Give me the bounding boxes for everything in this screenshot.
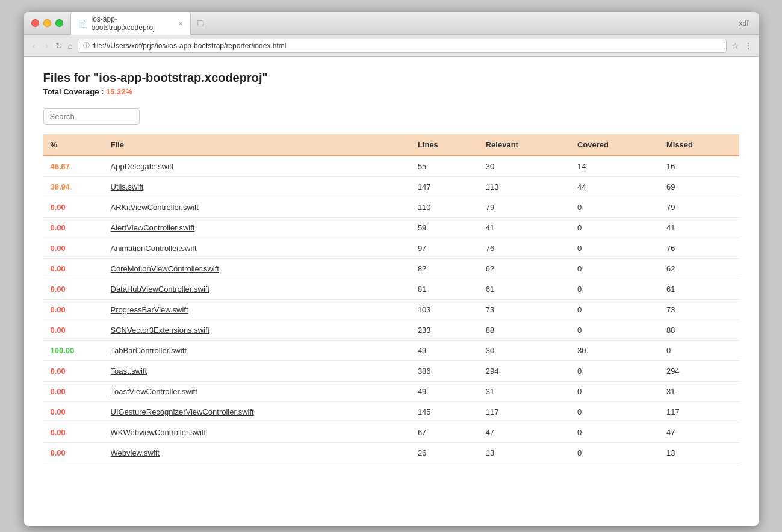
window-controls [31, 19, 63, 27]
cell-file[interactable]: WKWebviewController.swift [104, 422, 411, 443]
search-input[interactable] [43, 108, 140, 125]
cell-file[interactable]: AlertViewController.swift [104, 218, 411, 238]
menu-button[interactable]: ⋮ [744, 41, 753, 51]
cell-lines: 26 [411, 443, 479, 463]
cell-covered: 0 [570, 443, 659, 463]
url-bar[interactable]: ⓘ file:///Users/xdf/prjs/ios/ios-app-boo… [78, 39, 727, 53]
cell-covered: 0 [570, 259, 659, 279]
table-row: 0.00 Webview.swift 26 13 0 13 [43, 443, 739, 463]
cell-pct: 0.00 [43, 279, 104, 300]
cell-file[interactable]: AnimationController.swift [104, 238, 411, 259]
table-row: 0.00 ProgressBarView.swift 103 73 0 73 [43, 300, 739, 320]
col-header-covered: Covered [570, 134, 659, 156]
table-row: 0.00 ARKitViewController.swift 110 79 0 … [43, 197, 739, 218]
cell-pct: 0.00 [43, 300, 104, 320]
cell-lines: 81 [411, 279, 479, 300]
table-row: 38.94 Utils.swift 147 113 44 69 [43, 177, 739, 197]
table-row: 0.00 UIGestureRecognizerViewController.s… [43, 402, 739, 422]
cell-file[interactable]: SCNVector3Extensions.swift [104, 320, 411, 341]
page-title: Files for "ios-app-bootstrap.xcodeproj" [43, 71, 739, 85]
cell-relevant: 13 [479, 443, 570, 463]
cell-pct: 46.67 [43, 156, 104, 177]
cell-file[interactable]: ARKitViewController.swift [104, 197, 411, 218]
cell-lines: 59 [411, 218, 479, 238]
back-button[interactable]: ‹ [30, 39, 38, 52]
cell-pct: 0.00 [43, 197, 104, 218]
cell-relevant: 294 [479, 361, 570, 382]
cell-missed: 73 [659, 300, 739, 320]
cell-covered: 0 [570, 279, 659, 300]
cell-covered: 0 [570, 218, 659, 238]
cell-lines: 82 [411, 259, 479, 279]
table-row: 0.00 WKWebviewController.swift 67 47 0 4… [43, 422, 739, 443]
cell-file[interactable]: AppDelegate.swift [104, 156, 411, 177]
cell-relevant: 73 [479, 300, 570, 320]
cell-pct: 0.00 [43, 443, 104, 463]
total-coverage-label: Total Coverage : [43, 87, 104, 96]
new-tab-button[interactable]: □ [194, 17, 208, 30]
cell-file[interactable]: DataHubViewController.swift [104, 279, 411, 300]
cell-pct: 0.00 [43, 382, 104, 402]
cell-pct: 0.00 [43, 422, 104, 443]
cell-file[interactable]: UIGestureRecognizerViewController.swift [104, 402, 411, 422]
forward-button[interactable]: › [43, 39, 51, 52]
cell-file[interactable]: ProgressBarView.swift [104, 300, 411, 320]
cell-missed: 16 [659, 156, 739, 177]
cell-missed: 69 [659, 177, 739, 197]
cell-missed: 61 [659, 279, 739, 300]
bookmark-button[interactable]: ☆ [731, 41, 739, 51]
refresh-button[interactable]: ↻ [55, 41, 63, 51]
cell-file[interactable]: TabBarController.swift [104, 341, 411, 361]
cell-covered: 0 [570, 382, 659, 402]
cell-pct: 0.00 [43, 320, 104, 341]
cell-file[interactable]: CoreMotionViewController.swift [104, 259, 411, 279]
cell-file[interactable]: Webview.swift [104, 443, 411, 463]
coverage-table: % File Lines Relevant Covered Missed 46.… [43, 134, 739, 463]
address-bar: ‹ › ↻ ⌂ ⓘ file:///Users/xdf/prjs/ios/ios… [24, 35, 759, 57]
cell-covered: 0 [570, 238, 659, 259]
cell-relevant: 61 [479, 279, 570, 300]
cell-file[interactable]: Utils.swift [104, 177, 411, 197]
tab-close-button[interactable]: ✕ [178, 20, 183, 27]
cell-relevant: 31 [479, 382, 570, 402]
col-header-pct: % [43, 134, 104, 156]
cell-covered: 0 [570, 320, 659, 341]
cell-missed: 41 [659, 218, 739, 238]
cell-pct: 38.94 [43, 177, 104, 197]
cell-lines: 386 [411, 361, 479, 382]
cell-pct: 0.00 [43, 361, 104, 382]
table-row: 0.00 DataHubViewController.swift 81 61 0… [43, 279, 739, 300]
cell-lines: 147 [411, 177, 479, 197]
cell-missed: 0 [659, 341, 739, 361]
cell-missed: 79 [659, 197, 739, 218]
url-text: file:///Users/xdf/prjs/ios/ios-app-boots… [93, 42, 287, 50]
cell-missed: 88 [659, 320, 739, 341]
secure-icon: ⓘ [83, 41, 90, 50]
minimize-button[interactable] [43, 19, 51, 27]
cell-pct: 0.00 [43, 402, 104, 422]
tab-file-icon: 📄 [78, 20, 87, 28]
cell-relevant: 30 [479, 156, 570, 177]
cell-file[interactable]: ToastViewController.swift [104, 382, 411, 402]
cell-covered: 0 [570, 422, 659, 443]
maximize-button[interactable] [55, 19, 63, 27]
active-tab[interactable]: 📄 ios-app-bootstrap.xcodeproj ✕ [70, 12, 191, 35]
cell-missed: 47 [659, 422, 739, 443]
close-button[interactable] [31, 19, 39, 27]
table-row: 100.00 TabBarController.swift 49 30 30 0 [43, 341, 739, 361]
home-button[interactable]: ⌂ [67, 41, 72, 51]
cell-missed: 117 [659, 402, 739, 422]
cell-lines: 97 [411, 238, 479, 259]
total-coverage-value: 15.32% [106, 87, 132, 96]
cell-covered: 0 [570, 197, 659, 218]
cell-covered: 0 [570, 300, 659, 320]
col-header-file: File [104, 134, 411, 156]
cell-relevant: 113 [479, 177, 570, 197]
cell-file[interactable]: Toast.swift [104, 361, 411, 382]
cell-missed: 31 [659, 382, 739, 402]
cell-lines: 233 [411, 320, 479, 341]
col-header-relevant: Relevant [479, 134, 570, 156]
cell-relevant: 117 [479, 402, 570, 422]
cell-covered: 44 [570, 177, 659, 197]
cell-covered: 0 [570, 402, 659, 422]
